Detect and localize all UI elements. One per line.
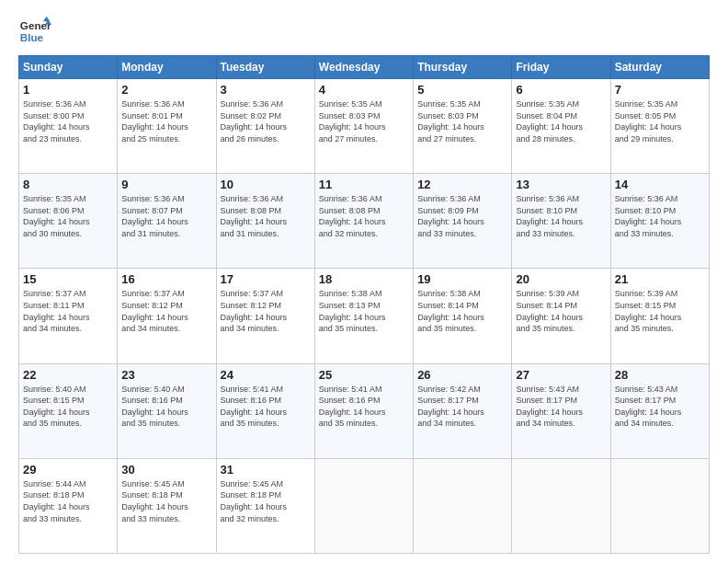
logo: General Blue (18, 15, 51, 48)
day-info: Sunrise: 5:35 AM Sunset: 8:03 PM Dayligh… (417, 98, 507, 144)
day-cell: 25Sunrise: 5:41 AM Sunset: 8:16 PM Dayli… (314, 363, 413, 458)
day-cell: 15Sunrise: 5:37 AM Sunset: 8:11 PM Dayli… (19, 269, 118, 363)
week-row-3: 15Sunrise: 5:37 AM Sunset: 8:11 PM Dayli… (19, 269, 710, 363)
day-number: 12 (417, 178, 507, 191)
day-info: Sunrise: 5:36 AM Sunset: 8:10 PM Dayligh… (615, 193, 705, 239)
calendar-header: SundayMondayTuesdayWednesdayThursdayFrid… (19, 56, 710, 79)
day-cell: 7Sunrise: 5:35 AM Sunset: 8:05 PM Daylig… (610, 79, 709, 174)
day-number: 23 (121, 368, 211, 382)
day-cell (610, 458, 709, 553)
day-info: Sunrise: 5:36 AM Sunset: 8:01 PM Dayligh… (121, 98, 211, 144)
day-cell: 18Sunrise: 5:38 AM Sunset: 8:13 PM Dayli… (314, 269, 413, 363)
calendar-body: 1Sunrise: 5:36 AM Sunset: 8:00 PM Daylig… (19, 79, 710, 554)
day-number: 7 (615, 83, 705, 97)
header-cell-friday: Friday (512, 56, 610, 79)
week-row-5: 29Sunrise: 5:44 AM Sunset: 8:18 PM Dayli… (19, 458, 710, 553)
header-cell-saturday: Saturday (610, 56, 709, 79)
day-info: Sunrise: 5:37 AM Sunset: 8:12 PM Dayligh… (121, 288, 211, 334)
day-info: Sunrise: 5:40 AM Sunset: 8:16 PM Dayligh… (121, 384, 211, 430)
day-cell: 1Sunrise: 5:36 AM Sunset: 8:00 PM Daylig… (19, 79, 118, 174)
day-number: 22 (23, 368, 113, 382)
day-number: 25 (319, 368, 409, 382)
day-number: 27 (516, 368, 606, 382)
day-info: Sunrise: 5:41 AM Sunset: 8:16 PM Dayligh… (319, 384, 409, 430)
day-info: Sunrise: 5:35 AM Sunset: 8:06 PM Dayligh… (23, 193, 113, 239)
header-cell-wednesday: Wednesday (314, 56, 413, 79)
day-cell: 11Sunrise: 5:36 AM Sunset: 8:08 PM Dayli… (314, 174, 413, 269)
day-number: 24 (221, 368, 311, 382)
day-number: 11 (319, 178, 409, 191)
day-cell: 17Sunrise: 5:37 AM Sunset: 8:12 PM Dayli… (216, 269, 314, 363)
header-row: SundayMondayTuesdayWednesdayThursdayFrid… (19, 56, 710, 79)
day-number: 13 (516, 178, 606, 191)
day-info: Sunrise: 5:45 AM Sunset: 8:18 PM Dayligh… (221, 478, 311, 524)
day-number: 3 (221, 83, 311, 97)
day-cell: 4Sunrise: 5:35 AM Sunset: 8:03 PM Daylig… (314, 79, 413, 174)
week-row-2: 8Sunrise: 5:35 AM Sunset: 8:06 PM Daylig… (19, 174, 710, 269)
day-number: 2 (121, 83, 211, 97)
day-cell: 23Sunrise: 5:40 AM Sunset: 8:16 PM Dayli… (118, 363, 216, 458)
day-number: 8 (23, 178, 113, 191)
main-container: General Blue SundayMondayTuesdayWednesda… (0, 0, 728, 563)
week-row-4: 22Sunrise: 5:40 AM Sunset: 8:15 PM Dayli… (19, 363, 710, 458)
day-number: 16 (121, 272, 211, 286)
calendar-table: SundayMondayTuesdayWednesdayThursdayFrid… (18, 55, 710, 554)
day-cell (314, 458, 413, 553)
day-number: 4 (319, 83, 409, 97)
day-info: Sunrise: 5:38 AM Sunset: 8:14 PM Dayligh… (417, 288, 507, 334)
day-info: Sunrise: 5:36 AM Sunset: 8:00 PM Dayligh… (23, 98, 113, 144)
day-number: 29 (23, 463, 113, 477)
day-cell: 22Sunrise: 5:40 AM Sunset: 8:15 PM Dayli… (19, 363, 118, 458)
day-number: 5 (417, 83, 507, 97)
day-cell: 28Sunrise: 5:43 AM Sunset: 8:17 PM Dayli… (610, 363, 709, 458)
day-info: Sunrise: 5:42 AM Sunset: 8:17 PM Dayligh… (417, 384, 507, 430)
day-number: 21 (615, 272, 705, 286)
day-info: Sunrise: 5:36 AM Sunset: 8:08 PM Dayligh… (319, 193, 409, 239)
day-cell: 24Sunrise: 5:41 AM Sunset: 8:16 PM Dayli… (216, 363, 314, 458)
day-info: Sunrise: 5:36 AM Sunset: 8:10 PM Dayligh… (516, 193, 606, 239)
day-number: 1 (23, 83, 113, 97)
header-cell-tuesday: Tuesday (216, 56, 314, 79)
day-cell: 12Sunrise: 5:36 AM Sunset: 8:09 PM Dayli… (414, 174, 512, 269)
day-number: 30 (121, 463, 211, 477)
day-info: Sunrise: 5:40 AM Sunset: 8:15 PM Dayligh… (23, 384, 113, 430)
day-info: Sunrise: 5:36 AM Sunset: 8:07 PM Dayligh… (121, 193, 211, 239)
day-info: Sunrise: 5:39 AM Sunset: 8:14 PM Dayligh… (516, 288, 606, 334)
day-cell: 5Sunrise: 5:35 AM Sunset: 8:03 PM Daylig… (414, 79, 512, 174)
day-cell: 27Sunrise: 5:43 AM Sunset: 8:17 PM Dayli… (512, 363, 610, 458)
day-info: Sunrise: 5:36 AM Sunset: 8:08 PM Dayligh… (221, 193, 311, 239)
day-info: Sunrise: 5:44 AM Sunset: 8:18 PM Dayligh… (23, 478, 113, 524)
day-cell: 26Sunrise: 5:42 AM Sunset: 8:17 PM Dayli… (414, 363, 512, 458)
header: General Blue (18, 15, 710, 48)
day-number: 20 (516, 272, 606, 286)
day-info: Sunrise: 5:37 AM Sunset: 8:11 PM Dayligh… (23, 288, 113, 334)
day-number: 15 (23, 272, 113, 286)
day-number: 14 (615, 178, 705, 191)
day-cell: 3Sunrise: 5:36 AM Sunset: 8:02 PM Daylig… (216, 79, 314, 174)
day-info: Sunrise: 5:35 AM Sunset: 8:05 PM Dayligh… (615, 98, 705, 144)
day-number: 17 (221, 272, 311, 286)
header-cell-thursday: Thursday (414, 56, 512, 79)
header-cell-monday: Monday (118, 56, 216, 79)
day-info: Sunrise: 5:36 AM Sunset: 8:09 PM Dayligh… (417, 193, 507, 239)
day-number: 19 (417, 272, 507, 286)
day-cell: 9Sunrise: 5:36 AM Sunset: 8:07 PM Daylig… (118, 174, 216, 269)
day-cell: 13Sunrise: 5:36 AM Sunset: 8:10 PM Dayli… (512, 174, 610, 269)
logo-icon: General Blue (18, 15, 51, 48)
week-row-1: 1Sunrise: 5:36 AM Sunset: 8:00 PM Daylig… (19, 79, 710, 174)
day-info: Sunrise: 5:35 AM Sunset: 8:04 PM Dayligh… (516, 98, 606, 144)
day-info: Sunrise: 5:43 AM Sunset: 8:17 PM Dayligh… (516, 384, 606, 430)
day-number: 10 (221, 178, 311, 191)
day-number: 18 (319, 272, 409, 286)
day-cell: 30Sunrise: 5:45 AM Sunset: 8:18 PM Dayli… (118, 458, 216, 553)
day-cell: 19Sunrise: 5:38 AM Sunset: 8:14 PM Dayli… (414, 269, 512, 363)
svg-text:Blue: Blue (20, 31, 44, 43)
day-number: 9 (121, 178, 211, 191)
day-info: Sunrise: 5:45 AM Sunset: 8:18 PM Dayligh… (121, 478, 211, 524)
day-cell: 8Sunrise: 5:35 AM Sunset: 8:06 PM Daylig… (19, 174, 118, 269)
day-cell: 29Sunrise: 5:44 AM Sunset: 8:18 PM Dayli… (19, 458, 118, 553)
day-info: Sunrise: 5:36 AM Sunset: 8:02 PM Dayligh… (221, 98, 311, 144)
day-info: Sunrise: 5:39 AM Sunset: 8:15 PM Dayligh… (615, 288, 705, 334)
day-cell: 31Sunrise: 5:45 AM Sunset: 8:18 PM Dayli… (216, 458, 314, 553)
day-info: Sunrise: 5:38 AM Sunset: 8:13 PM Dayligh… (319, 288, 409, 334)
